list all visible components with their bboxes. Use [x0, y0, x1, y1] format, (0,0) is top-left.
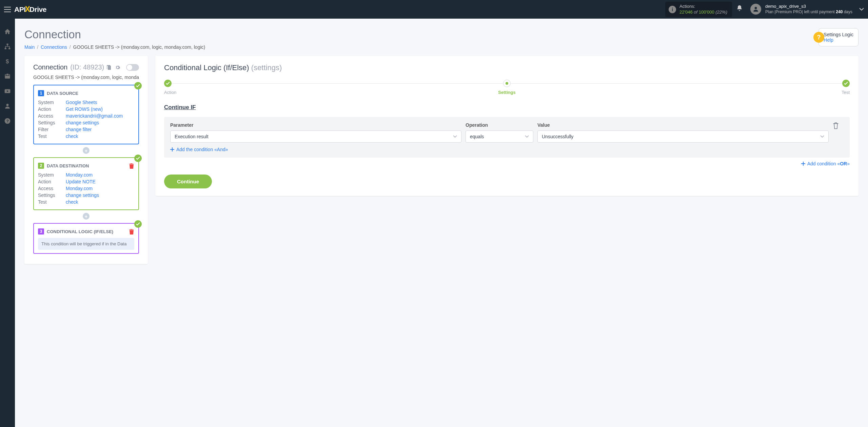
svg-rect-1 [7, 44, 8, 45]
source-test[interactable]: check [66, 134, 78, 139]
trash-icon[interactable] [129, 163, 134, 168]
side-nav: $ ? [0, 19, 15, 427]
wizard-step-action[interactable]: Action [164, 80, 172, 87]
menu-toggle[interactable] [4, 7, 11, 12]
logo[interactable]: APIXDrive [14, 5, 46, 14]
chevron-down-icon [525, 135, 529, 138]
source-filter[interactable]: change filter [66, 127, 92, 132]
svg-point-6 [6, 104, 9, 106]
svg-rect-2 [5, 48, 6, 49]
dest-action[interactable]: Update NOTE [66, 179, 96, 184]
avatar-icon [750, 4, 761, 15]
source-system[interactable]: Google Sheets [66, 100, 97, 105]
data-source-block[interactable]: 1DATA SOURCE SystemGoogle Sheets ActionG… [33, 85, 139, 144]
add-or-button[interactable]: Add condition «OR» [164, 161, 850, 166]
question-icon: ? [813, 32, 824, 43]
copy-icon[interactable] [107, 65, 112, 70]
value-select[interactable]: Unsuccessfully [537, 130, 829, 143]
svg-text:?: ? [6, 119, 9, 123]
breadcrumb-main[interactable]: Main [24, 44, 35, 50]
username: demo_apix_drive_s3 [765, 4, 852, 9]
chevron-down-icon [453, 135, 457, 138]
home-icon[interactable] [4, 28, 11, 35]
actions-counter[interactable]: i Actions: 22'046 of 100'000 (22%) [665, 2, 732, 17]
conditional-logic-block[interactable]: 3CONDITIONAL LOGIC (IF/ELSE) This condit… [33, 223, 139, 254]
check-icon [134, 220, 142, 228]
help-link[interactable]: Help [824, 37, 833, 43]
source-access[interactable]: maverickandrii@gmail.com [66, 113, 123, 119]
actions-label: Actions: [679, 4, 727, 9]
page-title: Connection [24, 28, 205, 41]
help-title: Settings Logic [824, 32, 853, 37]
step-number: 1 [38, 90, 44, 96]
dest-settings[interactable]: change settings [66, 192, 99, 198]
add-step-button[interactable]: + [83, 147, 90, 154]
dest-test[interactable]: check [66, 199, 78, 205]
step-number: 2 [38, 163, 44, 169]
data-destination-block[interactable]: 2DATA DESTINATION SystemMonday.com Actio… [33, 157, 139, 210]
main-panel: Conditional Logic (If/Else) (settings) A… [155, 56, 859, 196]
svg-point-0 [755, 7, 757, 9]
breadcrumb: Main / Connections / GOOGLE SHEETS -> (m… [24, 44, 205, 50]
dest-system[interactable]: Monday.com [66, 172, 93, 178]
source-action[interactable]: Get ROWS (new) [66, 106, 103, 112]
logic-description: This condition will be triggered if in t… [38, 238, 134, 250]
help-icon[interactable]: ? [4, 118, 11, 124]
svg-rect-9 [108, 66, 111, 70]
sitemap-icon[interactable] [4, 43, 11, 50]
trash-icon[interactable] [129, 229, 134, 234]
dollar-icon[interactable]: $ [4, 58, 11, 65]
breadcrumb-current: GOOGLE SHEETS -> (monday.com, logic, mon… [73, 44, 205, 50]
condition-box: Parameter Execution result Operation equ… [164, 117, 850, 158]
continue-if-heading: Continue IF [164, 104, 850, 111]
operation-select[interactable]: equals [466, 130, 533, 143]
wizard-steps: Action Settings Test [164, 80, 850, 87]
add-and-button[interactable]: Add the condition «And» [170, 147, 844, 152]
user-icon[interactable] [4, 103, 11, 109]
briefcase-icon[interactable] [4, 73, 11, 80]
check-icon [134, 82, 142, 89]
bell-icon[interactable] [736, 5, 746, 14]
source-settings[interactable]: change settings [66, 120, 99, 125]
actions-used: 22'046 [679, 9, 693, 15]
connection-panel: Connection (ID: 48923) GOOGLE SHEETS -> … [24, 56, 148, 264]
info-icon: i [669, 6, 676, 13]
parameter-select[interactable]: Execution result [170, 130, 461, 143]
connection-id: (ID: 48923) [70, 63, 104, 71]
chevron-down-icon [820, 135, 824, 138]
breadcrumb-connections[interactable]: Connections [41, 44, 67, 50]
operation-label: Operation [466, 122, 533, 128]
connection-title-text: Connection [33, 63, 67, 71]
continue-button[interactable]: Continue [164, 175, 212, 188]
value-label: Value [537, 122, 829, 128]
chevron-down-icon [859, 8, 864, 11]
delete-condition-button[interactable] [833, 122, 844, 129]
user-menu[interactable]: demo_apix_drive_s3 Plan |Premium PRO| le… [750, 4, 864, 15]
gear-icon[interactable] [115, 65, 120, 70]
step-number: 3 [38, 228, 44, 235]
svg-text:$: $ [6, 58, 9, 65]
help-card: ? Settings Logic Help [818, 28, 859, 46]
main-title: Conditional Logic (If/Else) (settings) [164, 63, 850, 72]
dest-access[interactable]: Monday.com [66, 186, 93, 191]
wizard-step-test[interactable]: Test [842, 80, 850, 87]
add-step-button[interactable]: + [83, 213, 90, 220]
svg-rect-3 [8, 48, 10, 49]
connection-toggle[interactable] [126, 64, 139, 71]
youtube-icon[interactable] [4, 88, 11, 95]
wizard-step-settings[interactable]: Settings [503, 80, 511, 87]
connection-subtitle: GOOGLE SHEETS -> (monday.com, logic, mon… [33, 75, 139, 80]
parameter-label: Parameter [170, 122, 461, 128]
check-icon [134, 155, 142, 162]
